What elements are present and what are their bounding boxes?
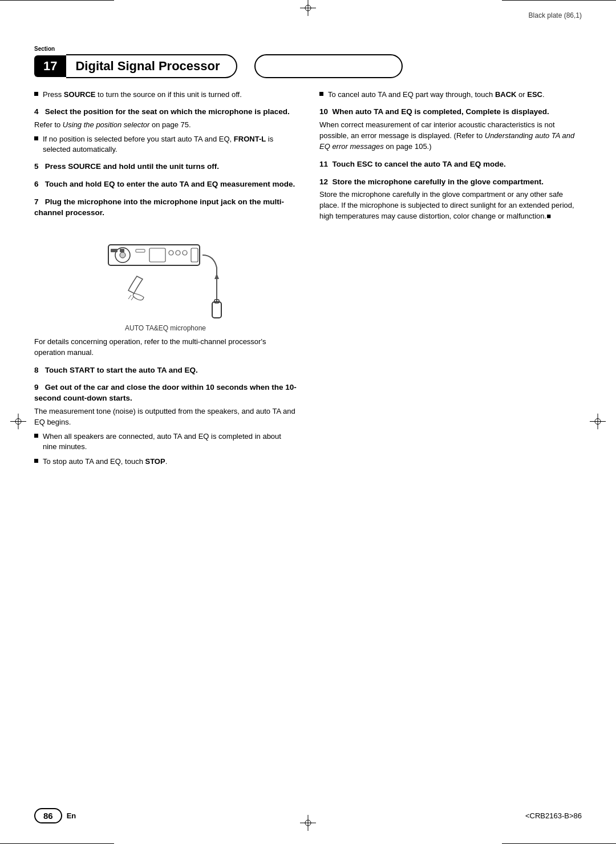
- svg-rect-13: [120, 249, 124, 252]
- left-column: Press SOURCE to turn the source on if th…: [34, 90, 297, 471]
- svg-rect-21: [212, 302, 221, 318]
- cancel-bullet-text: To cancel auto TA and EQ part way throug…: [328, 90, 545, 100]
- body-after-figure: For details concerning operation, refer …: [34, 337, 297, 358]
- bullet-source-text: Press SOURCE to turn the source on if th…: [43, 90, 242, 100]
- bullet-icon: [34, 136, 38, 140]
- svg-point-16: [169, 251, 173, 255]
- step8-heading: 8 Touch START to start the auto TA and E…: [34, 365, 297, 376]
- right-column: To cancel auto TA and EQ part way throug…: [319, 90, 582, 471]
- step12-heading: 12 Store the microphone carefully in the…: [319, 177, 582, 188]
- step10-heading: 10 When auto TA and EQ is completed, Com…: [319, 107, 582, 118]
- step9-bullet1-text: When all speakers are connected, auto TA…: [43, 431, 297, 452]
- bullet-icon: [34, 459, 38, 463]
- plate-info: Black plate (86,1): [529, 11, 582, 19]
- step4-body: Refer to Using the position selector on …: [34, 120, 297, 131]
- svg-line-23: [128, 295, 131, 299]
- step4-bullet: If no position is selected before you st…: [34, 134, 297, 155]
- border-top-right: [502, 0, 616, 1]
- page-number: 86: [34, 808, 62, 823]
- bullet-icon: [34, 434, 38, 438]
- footer-lang: En: [67, 811, 76, 820]
- svg-rect-15: [149, 248, 165, 262]
- step11-heading: 11 Touch ESC to cancel the auto TA and E…: [319, 159, 582, 170]
- crosshair-right: [590, 413, 606, 431]
- microphone-caption: AUTO TA&EQ microphone: [34, 324, 297, 332]
- step12-body: Store the microphone carefully in the gl…: [319, 189, 582, 222]
- page: Black plate (86,1) Section 17 Digital Si…: [0, 0, 616, 844]
- step9-body: The measurement tone (noise) is outputte…: [34, 406, 297, 428]
- svg-point-11: [120, 252, 125, 258]
- bullet-icon: [34, 92, 38, 96]
- svg-marker-20: [214, 273, 219, 279]
- step7-heading: 7 Plug the microphone into the microphon…: [34, 197, 297, 219]
- content-area: Press SOURCE to turn the source on if th…: [34, 90, 582, 471]
- section-label: Section: [34, 46, 582, 52]
- footer-left: 86 En: [34, 808, 76, 823]
- microphone-svg: [103, 228, 228, 319]
- step4-bullet-text: If no position is selected before you st…: [43, 134, 297, 155]
- svg-rect-19: [191, 248, 198, 262]
- crosshair-left: [10, 413, 26, 431]
- svg-rect-12: [111, 249, 117, 252]
- step10-body: When correct measurement of car interior…: [319, 120, 582, 152]
- svg-line-24: [131, 296, 134, 300]
- svg-rect-14: [136, 249, 145, 252]
- svg-point-17: [176, 251, 180, 255]
- border-top-left: [0, 0, 114, 1]
- page-footer: 86 En <CRB2163-B>86: [0, 808, 616, 823]
- section-right-box: [254, 54, 403, 78]
- step6-heading: 6 Touch and hold EQ to enter the auto TA…: [34, 179, 297, 190]
- section-header: 17 Digital Signal Processor: [34, 54, 582, 78]
- step4-heading: 4 Select the position for the seat on wh…: [34, 107, 297, 118]
- microphone-figure: AUTO TA&EQ microphone: [34, 228, 297, 332]
- section-number: 17: [34, 55, 66, 77]
- section-title: Digital Signal Processor: [66, 54, 237, 78]
- cancel-bullet: To cancel auto TA and EQ part way throug…: [319, 90, 582, 100]
- footer-code: <CRB2163-B>86: [525, 811, 582, 820]
- step9-bullet2: To stop auto TA and EQ, touch STOP.: [34, 457, 297, 467]
- bullet-icon: [319, 92, 323, 96]
- step9-bullet2-text: To stop auto TA and EQ, touch STOP.: [43, 457, 167, 467]
- step5-heading: 5 Press SOURCE and hold until the unit t…: [34, 161, 297, 172]
- bullet-source: Press SOURCE to turn the source on if th…: [34, 90, 297, 100]
- step9-heading: 9 Get out of the car and close the door …: [34, 382, 297, 404]
- svg-point-18: [183, 251, 187, 255]
- plate-text: Black plate (86,1): [529, 11, 582, 19]
- crosshair-top: [300, 0, 316, 18]
- step9-bullet1: When all speakers are connected, auto TA…: [34, 431, 297, 452]
